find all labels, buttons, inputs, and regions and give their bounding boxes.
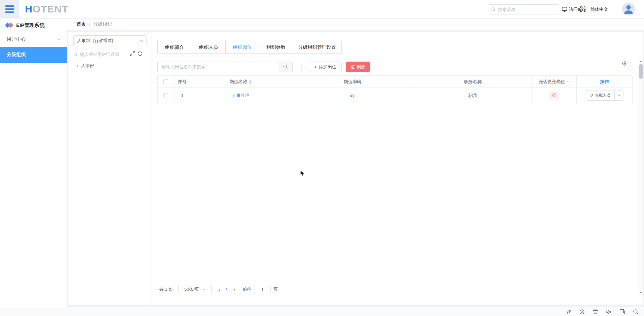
scrollbar-thumb[interactable]: [639, 64, 643, 79]
header-cell-select: [158, 76, 174, 88]
column-label: 操作: [600, 79, 609, 85]
trash-icon: [351, 65, 355, 69]
header-cell-is-duty: 是否责任岗位: [532, 76, 577, 88]
sidebar-item-user-center[interactable]: 用户中心: [0, 32, 67, 47]
sidebar: EIP管理系统 用户中心 分级组织: [0, 19, 67, 307]
column-label: 序号: [178, 79, 187, 85]
scroll-up-arrow[interactable]: [640, 61, 642, 62]
refresh-tree-button[interactable]: [137, 51, 142, 56]
row-cell-index: 1: [174, 88, 190, 103]
tab-org-params[interactable]: 组织参数: [259, 41, 293, 54]
search-icon: [73, 52, 78, 57]
rocket-icon[interactable]: [566, 309, 572, 315]
goto-label: 前往: [243, 286, 251, 292]
chevron-down-icon: [202, 288, 206, 290]
chevron-down-icon: [57, 38, 61, 41]
speaker-icon[interactable]: [606, 309, 612, 315]
tab-org-members[interactable]: 组织人员: [192, 41, 225, 54]
avatar[interactable]: [622, 3, 635, 15]
column-label: 岗位编码: [344, 79, 361, 85]
assign-person-dropdown[interactable]: [614, 91, 623, 100]
pencil-icon: [589, 94, 593, 98]
assign-person-label: 分配人员: [595, 93, 611, 98]
total-count: 共 1 条: [159, 286, 173, 292]
row-cell-job-name: 职员: [414, 88, 532, 103]
breadcrumb-separator: /: [89, 22, 90, 27]
breadcrumb-current: 分级组织: [93, 21, 112, 27]
logo-rest: OTENT: [33, 3, 69, 14]
breadcrumb-home[interactable]: 首页: [76, 21, 86, 27]
row-index: 1: [181, 93, 183, 98]
header-cell-index: 序号: [174, 76, 190, 88]
pagination-divider: [152, 282, 638, 282]
assign-person-button[interactable]: 分配人员: [586, 91, 623, 101]
sidebar-item-label: 用户中心: [7, 36, 26, 42]
scroll-down-arrow[interactable]: [640, 292, 642, 293]
menu-search-input[interactable]: [498, 7, 557, 12]
tree-node-hr-dept[interactable]: 人事部: [68, 62, 152, 70]
monitor-icon: [562, 7, 567, 12]
search-icon[interactable]: [633, 309, 639, 315]
table-settings-button[interactable]: ⚙: [621, 61, 627, 67]
prev-page-button[interactable]: ‹: [218, 287, 220, 292]
bottom-toolbar: [0, 307, 644, 316]
add-post-button[interactable]: + 添加岗位: [309, 62, 342, 72]
post-search: [157, 62, 293, 72]
top-header: HOTENT 访问前端 简体中文: [0, 0, 644, 19]
pagination: 共 1 条 50条/页 ‹ 1 › 前往 页: [159, 284, 278, 294]
header-cell-job-name: 职务名称: [414, 76, 532, 88]
tree-filter[interactable]: [73, 50, 127, 59]
org-tree-panel: 人事部--[行政维度] 人事部: [68, 32, 152, 305]
trash-icon[interactable]: [593, 309, 598, 314]
post-name-link[interactable]: 人事经理: [232, 93, 249, 99]
vertical-scrollbar[interactable]: [638, 59, 643, 295]
chevron-down-icon: [140, 40, 143, 42]
hamburger-icon: [5, 5, 14, 13]
page-size-select[interactable]: 50条/页: [178, 285, 212, 294]
user-icon: [622, 3, 635, 15]
tab-org-mgmt-settings[interactable]: 分级组织管理设置: [293, 41, 341, 54]
page-unit-label: 页: [273, 286, 278, 292]
search-icon: [283, 64, 288, 69]
delete-label: 删除: [357, 64, 365, 70]
table-header-row: 序号 岗位名称 岗位编码 职务名称 是否责任岗位 操作: [158, 76, 633, 88]
windows-icon[interactable]: [619, 309, 625, 315]
caret-right-icon: [77, 65, 78, 67]
goto-page-input[interactable]: [254, 285, 271, 294]
table-row: 1 人事经理 rsjl 职员 否 分配人员: [158, 88, 633, 103]
sidebar-item-label: 分级组织: [7, 52, 26, 58]
page-size-value: 50条/页: [184, 286, 199, 292]
row-checkbox[interactable]: [163, 93, 168, 98]
dimension-select[interactable]: 人事部--[行政维度]: [73, 35, 147, 46]
sidebar-item-hierarchical-org[interactable]: 分级组织: [0, 47, 67, 63]
duty-badge: 否: [549, 92, 559, 99]
assign-person-main[interactable]: 分配人员: [586, 91, 614, 100]
delete-button[interactable]: 删除: [346, 62, 370, 72]
refresh-icon: [137, 51, 142, 56]
post-search-button[interactable]: [278, 62, 293, 72]
fullscreen-button[interactable]: [580, 6, 585, 12]
tab-org-intro[interactable]: 组织简介: [158, 41, 192, 54]
sidebar-brand-label: EIP管理系统: [16, 22, 44, 29]
breadcrumb: 首页 / 分级组织: [67, 19, 644, 30]
compass-plus-icon[interactable]: [579, 309, 585, 315]
row-cell-post-code: rsjl: [291, 88, 414, 103]
current-page[interactable]: 1: [226, 287, 228, 292]
column-label: 岗位名称: [230, 79, 247, 85]
expand-tree-button[interactable]: [130, 51, 135, 56]
post-search-input[interactable]: [157, 62, 278, 72]
tree-node-label: 人事部: [81, 63, 94, 69]
filter-chevron-icon[interactable]: [567, 81, 570, 83]
menu-search[interactable]: [488, 4, 559, 14]
language-label: 简体中文: [590, 6, 608, 12]
tab-org-posts[interactable]: 组织岗位: [225, 41, 259, 54]
select-all-checkbox[interactable]: [163, 79, 168, 84]
sort-icon[interactable]: [249, 80, 252, 84]
sidebar-toggle-button[interactable]: [0, 0, 19, 18]
tree-filter-input[interactable]: [80, 52, 123, 57]
next-page-button[interactable]: ›: [233, 287, 235, 292]
language-switcher[interactable]: 简体中文: [590, 0, 608, 19]
chevron-down-icon: [617, 95, 620, 97]
header-cell-post-name: 岗位名称: [190, 76, 291, 88]
app-logo: HOTENT: [25, 3, 68, 15]
